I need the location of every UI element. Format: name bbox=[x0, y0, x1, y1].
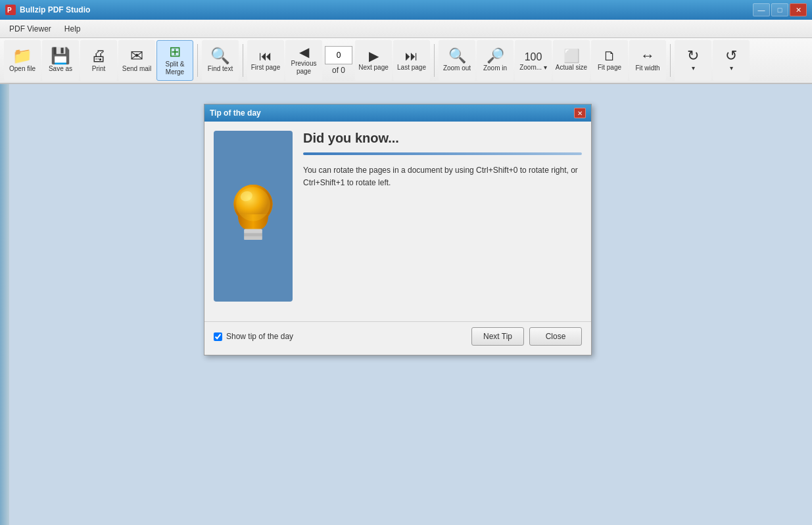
tip-dialog: Tip of the day ✕ bbox=[204, 104, 592, 355]
fit-page-icon: 🗋 bbox=[603, 49, 616, 62]
tip-body-text: You can rotate the pages in a document b… bbox=[303, 164, 582, 189]
prev-page-label: Previous page bbox=[287, 60, 320, 76]
dialog-footer: Show tip of the day Next Tip Close bbox=[204, 321, 591, 355]
zoom-in-label: Zoom in bbox=[483, 64, 507, 72]
next-page-label: Next page bbox=[358, 64, 389, 72]
save-as-label: Save as bbox=[49, 65, 72, 73]
first-page-icon: ⏮ bbox=[259, 49, 272, 62]
page-number-group: of 0 bbox=[323, 46, 354, 75]
first-page-label: First page bbox=[251, 64, 280, 72]
title-bar: P Bullzip PDF Studio — □ ✕ bbox=[0, 0, 812, 20]
tip-text-section: Did you know... You can rotate the pages… bbox=[303, 131, 582, 302]
first-page-button[interactable]: ⏮ First page bbox=[247, 40, 284, 81]
zoom-out-label: Zoom out bbox=[443, 64, 471, 72]
findtext-icon: 🔍 bbox=[210, 48, 230, 64]
close-dialog-button[interactable]: Close bbox=[529, 327, 582, 346]
actual-size-icon: ⬜ bbox=[563, 49, 580, 62]
rotate-right-button[interactable]: ↻ ▾ bbox=[675, 40, 711, 81]
fit-page-label: Fit page bbox=[598, 64, 621, 72]
save-as-button[interactable]: 💾 Save as bbox=[42, 40, 79, 81]
maximize-button[interactable]: □ bbox=[771, 3, 788, 16]
zoom-custom-label: Zoom... ▾ bbox=[519, 64, 547, 72]
minimize-button[interactable]: — bbox=[753, 3, 770, 16]
next-tip-button[interactable]: Next Tip bbox=[471, 327, 524, 346]
dialog-body: Did you know... You can rotate the pages… bbox=[204, 122, 591, 321]
dialog-close-button[interactable]: ✕ bbox=[574, 108, 586, 118]
svg-point-8 bbox=[236, 187, 270, 221]
separator-3 bbox=[434, 44, 435, 77]
app-title: Bullzip PDF Studio bbox=[20, 5, 90, 14]
tip-heading: Did you know... bbox=[303, 131, 582, 146]
fit-width-icon: ↔ bbox=[640, 49, 655, 63]
zoom-custom-button[interactable]: 100 Zoom... ▾ bbox=[515, 40, 552, 81]
rotate-left-icon: ↺ bbox=[725, 49, 737, 63]
window-close-button[interactable]: ✕ bbox=[790, 3, 807, 16]
toolbar: 📁 Open file 💾 Save as 🖨 Print ✉ Send mai… bbox=[0, 38, 812, 84]
left-panel bbox=[0, 84, 9, 525]
rotate-left-label: ▾ bbox=[730, 64, 733, 72]
title-controls: — □ ✕ bbox=[753, 3, 807, 16]
last-page-button[interactable]: ⏭ Last page bbox=[393, 40, 430, 81]
print-label: Print bbox=[92, 65, 106, 73]
print-button[interactable]: 🖨 Print bbox=[80, 40, 117, 81]
lightbulb-icon bbox=[224, 177, 283, 256]
svg-text:P: P bbox=[7, 7, 12, 14]
zoom-out-button[interactable]: 🔍 Zoom out bbox=[439, 40, 475, 81]
zoom-in-button[interactable]: 🔎 Zoom in bbox=[477, 40, 513, 81]
zoom-out-icon: 🔍 bbox=[448, 49, 466, 63]
svg-rect-5 bbox=[244, 229, 262, 233]
split-merge-label: Split &Merge bbox=[166, 60, 185, 76]
bulb-image-panel bbox=[214, 131, 293, 302]
find-text-label: Find text bbox=[208, 65, 233, 73]
show-tip-checkbox[interactable] bbox=[214, 332, 222, 341]
send-mail-button[interactable]: ✉ Send mail bbox=[118, 40, 155, 81]
folder-icon: 📁 bbox=[12, 48, 32, 64]
next-page-button[interactable]: ▶ Next page bbox=[355, 40, 392, 81]
last-page-label: Last page bbox=[397, 64, 426, 72]
actual-size-label: Actual size bbox=[556, 64, 587, 72]
page-of-label: of 0 bbox=[329, 66, 348, 75]
last-page-icon: ⏭ bbox=[405, 49, 418, 62]
rotate-right-icon: ↻ bbox=[687, 49, 699, 63]
dialog-content-row: Did you know... You can rotate the pages… bbox=[214, 131, 582, 302]
dialog-buttons: Next Tip Close bbox=[471, 327, 582, 346]
separator-2 bbox=[243, 44, 243, 77]
zoom-in-icon: 🔎 bbox=[487, 49, 504, 63]
actual-size-button[interactable]: ⬜ Actual size bbox=[553, 40, 590, 81]
split-merge-button[interactable]: ⊞ Split &Merge bbox=[156, 40, 193, 81]
dialog-title: Tip of the day bbox=[210, 108, 261, 118]
svg-rect-7 bbox=[244, 236, 262, 240]
print-icon: 🖨 bbox=[91, 48, 107, 64]
title-bar-left: P Bullzip PDF Studio bbox=[5, 5, 90, 15]
next-page-icon: ▶ bbox=[369, 49, 379, 62]
rotate-right-label: ▾ bbox=[692, 64, 695, 72]
page-number-input[interactable] bbox=[325, 46, 352, 64]
rotate-left-button[interactable]: ↺ ▾ bbox=[713, 40, 750, 81]
fit-page-button[interactable]: 🗋 Fit page bbox=[591, 40, 628, 81]
send-mail-label: Send mail bbox=[122, 65, 151, 73]
show-tip-label[interactable]: Show tip of the day bbox=[214, 332, 293, 341]
show-tip-text: Show tip of the day bbox=[226, 332, 293, 341]
zoom-custom-icon: 100 bbox=[525, 49, 542, 62]
separator-1 bbox=[197, 44, 198, 77]
mail-icon: ✉ bbox=[130, 48, 143, 64]
fit-width-button[interactable]: ↔ Fit width bbox=[629, 40, 666, 81]
dialog-title-bar: Tip of the day ✕ bbox=[204, 104, 591, 122]
find-text-button[interactable]: 🔍 Find text bbox=[202, 40, 239, 81]
prev-page-button[interactable]: ◀ Previous page bbox=[285, 40, 322, 81]
menu-pdf-viewer[interactable]: PDF Viewer bbox=[3, 22, 58, 36]
main-content: Tip of the day ✕ bbox=[0, 84, 812, 525]
app-icon: P bbox=[5, 5, 16, 15]
open-file-label: Open file bbox=[9, 65, 36, 73]
split-icon: ⊞ bbox=[169, 45, 181, 59]
prev-page-icon: ◀ bbox=[299, 45, 309, 58]
save-icon: 💾 bbox=[51, 48, 70, 64]
fit-width-label: Fit width bbox=[635, 64, 659, 72]
menu-bar: PDF Viewer Help bbox=[0, 20, 812, 38]
open-file-button[interactable]: 📁 Open file bbox=[4, 40, 41, 81]
separator-4 bbox=[670, 44, 671, 77]
menu-help[interactable]: Help bbox=[58, 22, 87, 36]
tip-heading-bar bbox=[303, 152, 582, 155]
